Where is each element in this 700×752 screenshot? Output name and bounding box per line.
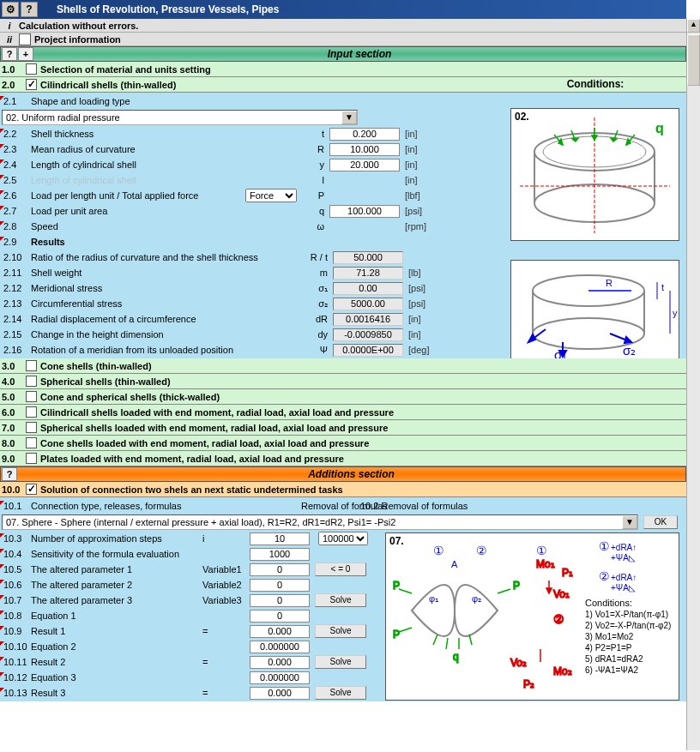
input-2.4[interactable]: [329, 159, 400, 171]
section-5-head[interactable]: 5.0Cone and spherical shells (thick-wall…: [0, 389, 686, 405]
param-row-2.3: 2.3Mean radius of curvatureR[in]: [0, 141, 686, 157]
s10-row-10.4: 10.4Sensitivity of the formula evaluatio…: [0, 546, 686, 562]
s10-row-10.13: 10.13Result 3=Solve: [0, 685, 686, 701]
param-row-2.6: 2.6Load per length unit / Total applied …: [0, 188, 686, 203]
status-row-i: i Calculation without errors.: [0, 19, 686, 33]
section-2-checkbox[interactable]: [26, 79, 37, 90]
section-3-head[interactable]: 3.0Cone shells (thin-walled): [0, 358, 686, 374]
status-row-ii: ii Project information: [0, 33, 686, 46]
project-info-checkbox[interactable]: [19, 33, 31, 45]
input-2.3[interactable]: [329, 143, 400, 156]
s10-row-10.5: 10.5The altered parameter 1Variable1< = …: [0, 562, 686, 577]
s10-row-10.10: 10.10Equation 2: [0, 639, 686, 654]
param-row-2.8: 2.8Speedω[rpm]: [0, 219, 686, 234]
input-2.7[interactable]: [329, 205, 400, 218]
result-row-2.10: 2.10Ratio of the radius of curvature and…: [0, 250, 686, 265]
s10-row-10.8: 10.8Equation 1: [0, 608, 686, 623]
result-row-2.15: 2.15Change in the height dimensiondy-0.0…: [0, 327, 686, 342]
section-6-head[interactable]: 6.0Cilindricall shells loaded with end m…: [0, 405, 686, 420]
connection-dropdown[interactable]: 07. Sphere - Sphere (internal / external…: [2, 514, 638, 530]
help-button-2[interactable]: ?: [2, 467, 17, 481]
input-10.4[interactable]: [250, 548, 310, 561]
help-icon[interactable]: ?: [21, 2, 38, 17]
input-10.12[interactable]: [250, 671, 310, 684]
help-button[interactable]: ?: [2, 47, 17, 61]
s10-row-10.6: 10.6The altered parameter 2Variable2: [0, 577, 686, 593]
ok-button[interactable]: OK: [643, 515, 678, 529]
section-4-head[interactable]: 4.0Spherical shells (thin-walled): [0, 374, 686, 389]
param-row-2.7: 2.7Load per unit areaq[psi]: [0, 203, 686, 219]
expand-button[interactable]: +: [18, 47, 33, 61]
input-10.11[interactable]: [250, 656, 310, 669]
input-10.3[interactable]: [250, 532, 310, 545]
input-10.9[interactable]: [250, 625, 310, 638]
app-icon[interactable]: ⚙: [2, 2, 19, 17]
input-10.6[interactable]: [250, 579, 310, 592]
section-10-checkbox[interactable]: [26, 484, 37, 495]
btn-10.7[interactable]: Solve: [315, 593, 366, 607]
param-row-2.5: 2.5Length of cylindrical shelll[in]: [0, 172, 686, 188]
s10-row-10.3: 10.3Number of approximation stepsi100000: [0, 531, 686, 546]
result-row-2.13: 2.13Circumferential stressσ₂5000.00[psi]: [0, 296, 686, 311]
s10-row-10.11: 10.11Result 2=Solve: [0, 654, 686, 670]
param-row-2.2: 2.2Shell thicknesst[in]: [0, 126, 686, 141]
window-title: Shells of Revolution, Pressure Vessels, …: [57, 3, 279, 15]
btn-10.5[interactable]: < = 0: [315, 562, 366, 576]
input-10.5[interactable]: [250, 563, 310, 576]
btn-10.11[interactable]: Solve: [315, 655, 366, 669]
section-9-head[interactable]: 9.0Plates loaded with end moment, radial…: [0, 451, 686, 466]
section-1-checkbox[interactable]: [26, 63, 37, 75]
result-row-2.12: 2.12Meridional stressσ₁0.00[psi]: [0, 280, 686, 296]
result-row-2.16: 2.16Rotation of a meridian from its unlo…: [0, 342, 686, 358]
btn-10.13[interactable]: Solve: [315, 686, 366, 700]
section-8-head[interactable]: 8.0Cone shells loaded with end moment, r…: [0, 436, 686, 451]
input-10.13[interactable]: [250, 687, 310, 700]
section-7-head[interactable]: 7.0Spherical shells loaded with end mome…: [0, 420, 686, 436]
btn-10.9[interactable]: Solve: [315, 624, 366, 638]
chevron-down-icon[interactable]: ▼: [341, 111, 357, 124]
scroll-up-icon[interactable]: ▲: [687, 19, 700, 33]
titlebar: ⚙ ? Shells of Revolution, Pressure Vesse…: [0, 0, 686, 19]
input-10.8[interactable]: [250, 610, 310, 623]
result-row-2.14: 2.14Radial displacement of a circumferen…: [0, 311, 686, 327]
s10-row-10.7: 10.7The altered parameter 3Variable3Solv…: [0, 593, 686, 608]
additions-section-bar: ? Additions section: [0, 466, 686, 482]
input-10.10[interactable]: [250, 641, 310, 653]
input-section-bar: ? + Input section: [0, 46, 686, 62]
s10-row-10.12: 10.12Equation 3: [0, 670, 686, 685]
shape-dropdown[interactable]: 02. Uniform radial pressure ▼: [2, 110, 358, 125]
scroll-thumb[interactable]: [687, 34, 700, 86]
chevron-down-icon[interactable]: ▼: [622, 515, 637, 529]
force-select[interactable]: Force: [245, 189, 297, 202]
section-1-head[interactable]: 1.0 Selection of material and units sett…: [0, 62, 686, 77]
result-row-2.11: 2.11Shell weightm71.28[lb]: [0, 265, 686, 280]
input-10.7[interactable]: [250, 594, 310, 607]
param-row-2.4: 2.4Length of cylindrical shelly[in]: [0, 157, 686, 172]
input-2.2[interactable]: [329, 128, 400, 141]
scrollbar[interactable]: ▲: [686, 19, 700, 701]
s10-row-10.9: 10.9Result 1=Solve: [0, 623, 686, 639]
section-10-head[interactable]: 10.0 Solution of connection two shels an…: [0, 482, 686, 497]
